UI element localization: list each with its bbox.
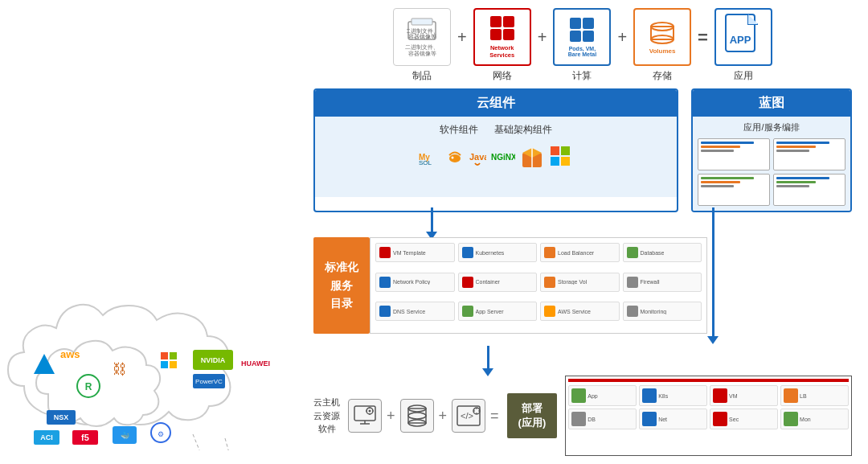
ci-icon-2: [462, 247, 473, 258]
app-item: APP 应用: [714, 8, 772, 83]
svg-rect-30: [161, 361, 168, 368]
plus-3: +: [617, 28, 627, 47]
product-item: 二进制文件、 容器镜像等 二进制文件、容器镜像等 制品: [393, 8, 451, 83]
svg-line-47: [193, 434, 265, 450]
deploy-result-grid: App K8s VM LB DB Net: [568, 385, 849, 429]
deploy-panel: 部署 (应用): [507, 393, 558, 438]
nginx-icon: NGiNX: [491, 149, 515, 165]
bp-line-1: [701, 142, 754, 144]
di-icon-3: [713, 388, 727, 403]
svg-rect-19: [551, 146, 559, 155]
deploy-item-8: Mon: [780, 409, 849, 429]
deploy-item-5: DB: [568, 409, 637, 429]
ns-cell-3: [490, 29, 502, 40]
svg-text:APP: APP: [730, 34, 751, 46]
di-text-2: K8s: [658, 393, 668, 399]
product-subtext: 二进制文件、容器镜像等: [405, 44, 439, 58]
catalog-item-7: Storage Vol: [540, 273, 620, 292]
ns-cell-2: [503, 16, 514, 27]
storage-box: Volumes: [633, 8, 691, 66]
catalog-section: 标准化 服务 目录 VM Template Kubernetes Load Ba…: [313, 237, 707, 334]
tech-logos-row: My SQL Java NGiNX: [321, 142, 670, 172]
ci-icon-12: [627, 306, 638, 317]
ci-text-11: AWS Service: [558, 309, 591, 314]
cloud-component-body: 软件组件 基础架构组件 My SQL: [315, 117, 677, 197]
ci-icon-10: [462, 306, 473, 317]
db-svg: [407, 404, 428, 428]
product-box: 二进制文件、 容器镜像等 二进制文件、容器镜像等: [393, 8, 451, 66]
catalog-item-9: DNS Service: [375, 302, 455, 321]
volumes-icon: [648, 20, 677, 46]
di-text-5: DB: [588, 417, 596, 422]
cloud-component-subrow: 软件组件 基础架构组件: [321, 123, 670, 137]
bottom-formula: + + </> =: [348, 399, 499, 433]
infra-component-label: 基础架构组件: [494, 123, 552, 137]
bp-line-6: [776, 150, 809, 152]
svg-text:二进制文件、: 二进制文件、: [407, 28, 437, 34]
arrow-line-2: [712, 207, 714, 336]
di-icon-4: [784, 388, 798, 403]
network-box: NetworkServices: [473, 8, 531, 66]
arrow-catalog-to-deploy: [482, 346, 493, 376]
di-text-6: Net: [658, 417, 667, 422]
di-text-4: LB: [800, 393, 807, 399]
catalog-item-12: Monitoring: [623, 302, 702, 321]
plus-2: +: [538, 28, 547, 47]
svg-rect-20: [561, 146, 570, 155]
svg-rect-3: [411, 18, 432, 25]
di-text-3: VM: [729, 393, 738, 399]
svg-text:SQL: SQL: [419, 159, 432, 165]
azure-grid-icon: [549, 145, 573, 169]
svg-text:f5: f5: [81, 433, 89, 442]
catalog-label: 标准化 服务 目录: [313, 237, 370, 334]
pods-cell-3: [570, 31, 581, 42]
ci-text-10: App Server: [476, 309, 504, 314]
network-label: 网络: [493, 69, 512, 83]
mysql-logo: My SQL: [419, 149, 441, 165]
ci-text-1: VM Template: [393, 250, 426, 256]
svg-line-48: [225, 438, 273, 450]
di-icon-2: [642, 388, 657, 403]
bp-green-line: [701, 177, 754, 179]
ci-text-4: Database: [641, 250, 665, 256]
svg-point-12: [449, 154, 461, 162]
compute-item: Pods, VM,Bare Metal 计算: [553, 8, 611, 83]
catalog-item-1: VM Template: [375, 243, 455, 262]
svg-text:NSX: NSX: [54, 413, 69, 421]
formula-plus-1: +: [387, 408, 395, 425]
package-icon: [520, 145, 544, 169]
catalog-item-8: Firewall: [623, 273, 702, 292]
svg-rect-5: [651, 27, 674, 39]
network-item: NetworkServices 网络: [473, 8, 531, 83]
bp-line-8: [701, 185, 734, 187]
svg-text:</>: </>: [461, 411, 473, 421]
svg-text:⚙: ⚙: [158, 430, 164, 438]
bp-line-2: [701, 146, 740, 148]
cloud-host-label: 云主机 云资源 软件: [313, 396, 340, 436]
catalog-item-4: Database: [623, 243, 702, 262]
svg-text:Java: Java: [469, 152, 486, 162]
ci-icon-3: [544, 247, 555, 258]
arrow-blueprint-to-deploy: [707, 207, 719, 344]
database-icon: [400, 399, 434, 433]
ci-text-2: Kubernetes: [476, 250, 505, 256]
svg-text:PowerVC: PowerVC: [195, 378, 223, 385]
volumes-sub: Volumes: [649, 47, 676, 55]
arrow-cloud-to-catalog: [426, 207, 437, 240]
svg-text:容器镜像等: 容器镜像等: [408, 34, 436, 39]
blueprint-sublabel: 应用/服务编排: [698, 121, 845, 133]
di-icon-8: [784, 412, 798, 426]
arrow-line-3: [487, 346, 489, 368]
svg-text:NGiNX: NGiNX: [491, 153, 515, 162]
svg-text:ACI: ACI: [40, 433, 53, 441]
svg-text:aws: aws: [60, 348, 80, 360]
deploy-label-1: 部署: [518, 401, 547, 416]
deploy-item-4: LB: [780, 385, 849, 406]
ci-text-3: Load Balancer: [558, 250, 594, 256]
deploy-item-2: K8s: [639, 385, 707, 406]
ci-text-8: Firewall: [641, 279, 660, 285]
mysql-dolphin-icon: [446, 148, 464, 166]
top-formula-row: 二进制文件、 容器镜像等 二进制文件、容器镜像等 制品 + NetworkSer…: [313, 0, 852, 87]
cloud-vendors-area: aws R ⛓ NVIDIA HUAWEI PowerVC NSX: [0, 225, 321, 450]
svg-point-53: [369, 410, 371, 413]
